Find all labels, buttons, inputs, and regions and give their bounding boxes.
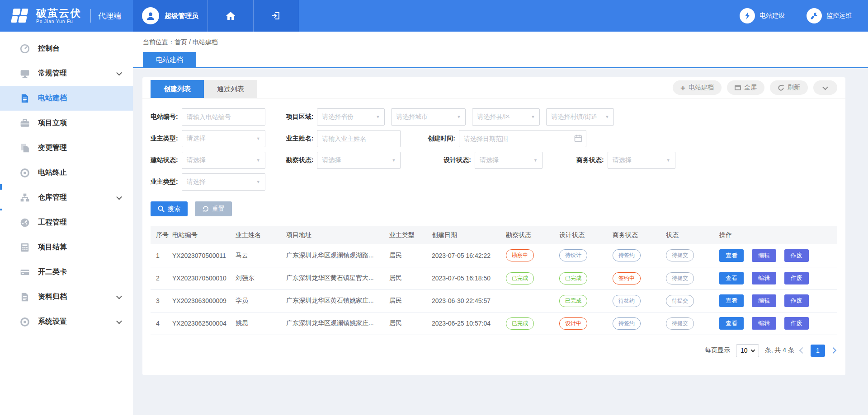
table-row: 2 YX2023070500010 刘强东 广东深圳龙华区黄石镇星官大... 居… (151, 267, 837, 289)
page-1-button[interactable]: 1 (811, 345, 825, 357)
filter-label: 业主类型: (151, 178, 178, 186)
status-badge: 待提交 (666, 317, 694, 330)
per-page-select[interactable]: 10 (736, 344, 759, 357)
breadcrumb-strip: 当前位置：首页 / 电站建档 电站建档 (133, 32, 868, 68)
sidebar-item-system-settings[interactable]: 系统设置 (0, 309, 133, 334)
caret-down-icon: ▼ (533, 158, 538, 163)
sidebar-item-warehouse[interactable]: 仓库管理 (0, 185, 133, 210)
sidebar-item-console[interactable]: 控制台 (0, 36, 133, 61)
edit-button[interactable]: 编辑 (752, 294, 776, 307)
reset-button[interactable]: 重置 (195, 201, 232, 216)
nav-label: 监控运维 (826, 12, 852, 20)
nav-monitor-ops[interactable]: 监控运维 (807, 8, 852, 23)
list-card: 创建列表 通过列表 + 电站建档 全屏 (142, 77, 845, 375)
nav-station-build[interactable]: 电站建设 (740, 8, 785, 23)
wrench-icon (810, 12, 818, 20)
document-icon (20, 93, 30, 103)
sidebar-item-station-archive[interactable]: 电站建档 (0, 86, 133, 111)
status-badge: 已完成 (559, 295, 587, 307)
view-button[interactable]: 查看 (719, 272, 744, 284)
fullscreen-button[interactable]: 全屏 (727, 80, 764, 95)
avatar (142, 7, 159, 24)
caret-down-icon: ▼ (256, 136, 260, 141)
top-bar: 破茧云伏 Po Jian Yun Fu 代理端 超级管理员 (0, 0, 868, 32)
tab-passed-list[interactable]: 通过列表 (204, 80, 257, 98)
edit-button[interactable]: 编辑 (752, 272, 776, 284)
county-select[interactable]: 请选择县/区▼ (472, 108, 540, 126)
nav-label: 电站建设 (760, 12, 785, 20)
survey-status-select[interactable]: 请选择▼ (317, 152, 401, 169)
card-icon (20, 267, 30, 277)
caret-down-icon: ▼ (256, 158, 260, 163)
plus-icon: + (680, 84, 685, 92)
city-select[interactable]: 请选择城市▼ (391, 108, 466, 126)
chevron-down-icon (116, 293, 122, 299)
sidebar-item-general[interactable]: 常规管理 (0, 61, 133, 86)
status-badge: 待签约 (613, 295, 641, 307)
sidebar-item-settlement[interactable]: 项目结算 (0, 235, 133, 260)
void-button[interactable]: 作废 (784, 317, 809, 330)
status-badge: 已完成 (506, 317, 534, 330)
page-tab-station-archive[interactable]: 电站建档 (143, 52, 196, 67)
refresh-button[interactable]: 刷新 (770, 80, 808, 95)
sidebar-item-change-mgmt[interactable]: 变更管理 (0, 135, 133, 160)
target-icon (20, 168, 30, 178)
table-row: 3 YX2023063000009 学员 广东深圳龙华区黄石镇姚家庄... 居民… (151, 289, 837, 312)
owner-type-select[interactable]: 请选择▼ (182, 130, 265, 147)
caret-down-icon: ▼ (457, 115, 461, 119)
sidebar-item-station-terminate[interactable]: 电站终止 (0, 160, 133, 185)
create-time-range-input[interactable] (459, 130, 586, 147)
void-button[interactable]: 作废 (784, 272, 809, 284)
town-select[interactable]: 请选择村镇/街道▼ (546, 108, 614, 126)
scroll-indicator (0, 184, 2, 190)
edit-button[interactable]: 编辑 (752, 317, 776, 330)
table-header-row: 序号 电站编号 业主姓名 项目地址 业主类型 创建日期 勘察状态 设计状态 商务… (151, 226, 837, 244)
logout-button[interactable] (254, 0, 299, 32)
next-page-button[interactable] (830, 347, 836, 354)
breadcrumb: 当前位置：首页 / 电站建档 (133, 32, 868, 52)
province-select[interactable]: 请选择省份▼ (317, 108, 385, 126)
tab-create-list[interactable]: 创建列表 (151, 80, 204, 98)
filter-label: 业主类型: (151, 135, 178, 143)
view-button[interactable]: 查看 (719, 317, 744, 330)
caret-down-icon: ▼ (256, 180, 260, 184)
fullscreen-icon (735, 85, 741, 90)
sidebar-item-engineering[interactable]: 工程管理 (0, 210, 133, 235)
chevron-down-icon (116, 194, 122, 200)
view-button[interactable]: 查看 (719, 294, 744, 307)
filter-label: 业主姓名: (286, 135, 314, 143)
sidebar-item-card[interactable]: 开二类卡 (0, 260, 133, 284)
void-button[interactable]: 作废 (784, 294, 809, 307)
reset-icon (202, 205, 209, 212)
home-button[interactable] (208, 0, 254, 32)
sidebar-item-project-initiation[interactable]: 项目立项 (0, 111, 133, 135)
user-menu[interactable]: 超级管理员 (133, 0, 208, 32)
collapse-toolbar-button[interactable] (813, 80, 837, 95)
caret-down-icon: ▼ (666, 158, 670, 163)
sidebar-item-data-archive[interactable]: 资料归档 (0, 284, 133, 309)
caret-down-icon: ▼ (376, 115, 380, 119)
edit-button[interactable]: 编辑 (752, 249, 776, 262)
build-status-select[interactable]: 请选择▼ (182, 152, 265, 169)
owner-type2-select[interactable]: 请选择▼ (182, 173, 265, 191)
copy-icon (20, 143, 30, 153)
status-badge: 待提交 (666, 249, 694, 261)
status-badge: 已完成 (559, 272, 587, 284)
status-badge: 勘察中 (506, 249, 534, 261)
status-badge: 待设计 (559, 249, 587, 261)
owner-name-input[interactable] (317, 130, 401, 147)
void-button[interactable]: 作废 (784, 249, 809, 262)
station-code-input[interactable] (182, 108, 265, 126)
design-status-select[interactable]: 请选择▼ (475, 152, 542, 169)
per-page-label: 每页显示 (705, 346, 730, 354)
gauge-icon (20, 218, 30, 228)
chevron-down-icon (750, 348, 755, 352)
business-status-select[interactable]: 请选择▼ (608, 152, 675, 169)
sidebar: 控制台 常规管理 电站建档 项目立项 变更管理 电站终止 仓库管理 (0, 32, 133, 415)
search-button[interactable]: 搜索 (151, 201, 188, 216)
prev-page-button[interactable] (799, 347, 806, 354)
view-button[interactable]: 查看 (719, 249, 744, 262)
status-badge: 待签约 (613, 317, 641, 330)
filter-label: 勘察状态: (286, 156, 314, 164)
add-station-button[interactable]: + 电站建档 (673, 80, 722, 95)
